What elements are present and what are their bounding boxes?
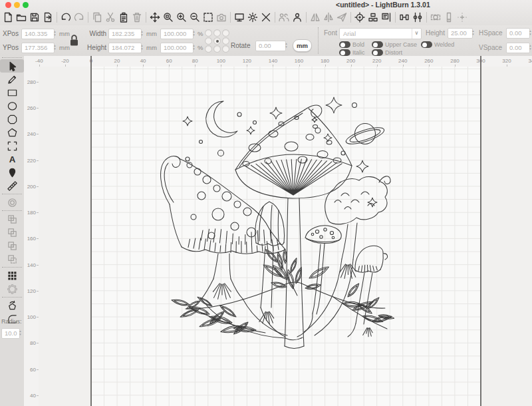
ruler-label-h: 320 [499,58,514,64]
welded-toggle[interactable] [421,41,432,48]
anchor-dot[interactable] [213,29,221,37]
zoom-in-button[interactable] [175,10,188,24]
anchor-dot[interactable] [205,45,212,53]
anchor-dot[interactable] [205,29,212,37]
anchor-dot[interactable] [213,45,221,53]
hspace-field[interactable]: 0.00 [506,28,530,39]
uppercase-toggle[interactable] [372,41,383,48]
height-percent-spinner[interactable]: ▲▼ [191,42,197,53]
users-button[interactable] [277,10,291,24]
distribute-v-button[interactable] [411,10,424,24]
tool-select[interactable] [0,59,24,73]
text-height-field[interactable]: 25.00 [448,28,473,39]
height-field[interactable]: 184.072 [108,43,142,53]
tool-ellipse[interactable] [0,99,24,112]
canvas[interactable] [39,67,532,406]
ypos-unit: mm [59,43,70,53]
delete-button[interactable] [130,10,144,24]
tool-laser-position[interactable] [0,166,24,179]
align-text-button[interactable] [380,10,393,24]
zoom-button[interactable] [23,2,29,8]
copy-button[interactable] [90,10,104,24]
tool-rotate-shape[interactable] [0,299,24,312]
redo-button[interactable] [72,10,86,24]
tool-grid-array[interactable] [0,269,24,282]
zoom-fit-button[interactable] [162,10,175,24]
undo-button[interactable] [59,10,72,24]
xpos-spinner[interactable]: ▲▼ [52,28,58,39]
distribute-h-button[interactable] [398,10,411,24]
radius-spinner[interactable]: ▲▼ [17,327,23,338]
height-spinner[interactable]: ▲▼ [139,42,145,53]
chevron-down-icon[interactable]: ∨ [412,29,421,39]
width-percent-spinner[interactable]: ▲▼ [191,28,197,39]
close-button[interactable] [5,2,11,8]
user-button[interactable] [291,10,304,24]
flip-horizontal-button[interactable] [309,10,322,24]
ypos-spinner[interactable]: ▲▼ [52,42,58,53]
height-percent-field[interactable]: 100.000 [160,43,194,53]
tool-shape-pentagon[interactable] [0,126,24,139]
import-file-button[interactable] [41,10,55,24]
tool-rectangle[interactable] [0,86,24,99]
tool-boolean-subtract[interactable] [0,226,24,239]
anchor-dot[interactable] [222,29,229,37]
distort-toggle[interactable] [372,49,383,56]
anchor-dot[interactable] [205,37,212,45]
print-cut-button[interactable] [429,10,442,24]
text-height-spinner[interactable]: ▲▼ [470,27,476,38]
cut-button[interactable] [104,10,117,24]
mirror-vertical-button[interactable] [322,10,335,24]
paste-button[interactable] [117,10,130,24]
tool-boolean-difference[interactable] [0,252,24,266]
hspace-spinner[interactable]: ▲▼ [527,27,532,38]
font-combo[interactable]: Arial ∨ [339,28,422,39]
pan-button[interactable] [148,10,162,24]
units-button[interactable]: mm [293,39,312,52]
anchor-dot-selected[interactable] [213,37,221,45]
zoom-out-button[interactable] [188,10,201,24]
anchor-dot[interactable] [222,37,229,45]
uppercase-label: Upper Case [385,41,417,49]
minimize-button[interactable] [14,2,20,8]
bold-toggle[interactable] [339,41,350,48]
doc-tab-button[interactable] [442,10,456,24]
tool-frame-corners[interactable] [0,139,24,152]
width-percent-field[interactable]: 100.000 [160,29,194,39]
ruler-label-h: 180 [318,58,332,64]
workarea-left-edge [90,56,92,406]
xpos-field[interactable]: 140.335 [21,29,55,39]
move-to-target-button[interactable] [353,10,366,24]
rotate-spinner[interactable]: ▲▼ [283,40,289,51]
lock-aspect-icon[interactable] [69,33,79,47]
width-spinner[interactable]: ▲▼ [139,28,145,39]
tool-polygon[interactable] [0,112,24,126]
machine-tools-button[interactable] [259,10,273,24]
tool-boolean-intersect[interactable] [0,239,24,252]
vspace-field[interactable]: 0.00 [506,43,530,53]
tool-text[interactable]: A [0,152,24,166]
new-file-button[interactable] [1,10,15,24]
ypos-field[interactable]: 177.356 [21,43,55,53]
settings-gear-button[interactable] [246,10,259,24]
frame-button[interactable] [201,10,215,24]
tool-measure[interactable] [0,179,24,192]
cross-dots-button[interactable] [456,10,469,24]
anchor-dot[interactable] [222,45,229,53]
mushroom-artwork[interactable] [155,96,392,336]
width-field[interactable]: 182.235 [108,29,142,39]
vspace-spinner[interactable]: ▲▼ [527,42,532,53]
tool-draw-lines[interactable] [0,73,24,86]
distort-plane-button[interactable] [335,10,348,24]
rotate-field[interactable]: 0.00 [255,41,286,51]
preview-monitor-button[interactable] [233,10,246,24]
align-shapes-button[interactable] [366,10,380,24]
vertical-ruler: 406080100120140160180200220240260280 [24,67,39,406]
tool-boolean-union[interactable] [0,212,24,226]
save-file-button[interactable] [28,10,41,24]
camera-capture-button[interactable] [215,10,228,24]
open-file-button[interactable] [15,10,28,24]
tool-circular-array[interactable] [0,282,24,296]
tool-offset-shapes[interactable] [0,196,24,209]
italic-toggle[interactable] [339,49,350,56]
